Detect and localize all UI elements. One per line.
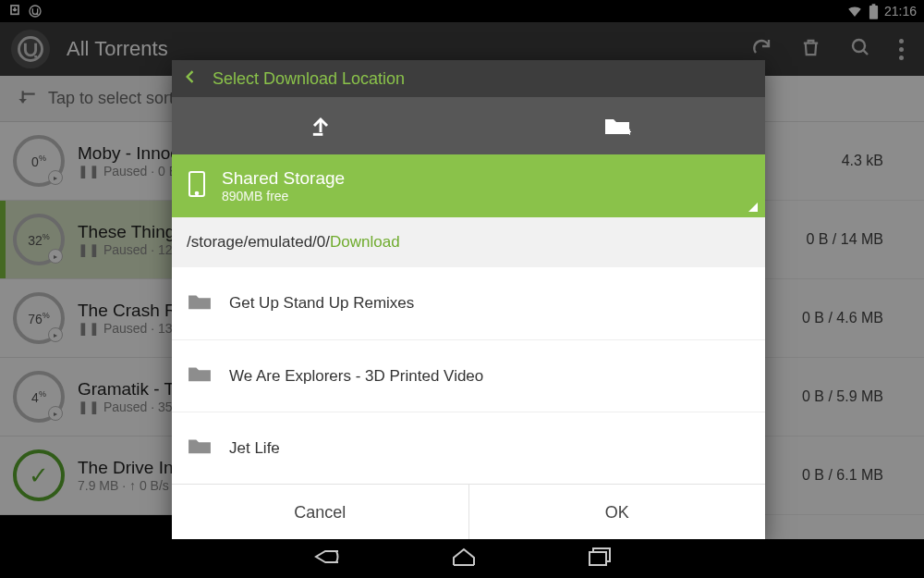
svg-rect-9	[590, 552, 606, 565]
folder-icon	[187, 363, 213, 388]
new-folder-button[interactable]: +	[468, 97, 765, 154]
dialog-title: Select Download Location	[213, 69, 405, 89]
back-icon[interactable]	[181, 68, 200, 91]
dialog-buttons: Cancel OK	[172, 484, 765, 541]
folder-item[interactable]: Jet Life	[172, 412, 765, 484]
storage-free: 890MB free	[222, 189, 345, 203]
storage-name: Shared Storage	[222, 168, 345, 189]
dialog-title-bar: Select Download Location	[172, 60, 765, 97]
cancel-button[interactable]: Cancel	[172, 485, 468, 541]
storage-selector[interactable]: Shared Storage 890MB free	[172, 154, 765, 217]
android-nav-bar	[0, 539, 924, 578]
back-nav-icon[interactable]	[312, 546, 340, 572]
svg-point-8	[196, 192, 199, 195]
ok-button[interactable]: OK	[468, 485, 766, 541]
download-location-dialog: Select Download Location + Shared Storag…	[172, 60, 765, 541]
device-icon	[187, 170, 207, 202]
folder-item[interactable]: We Are Explorers - 3D Printed Video	[172, 339, 765, 412]
dropdown-indicator-icon	[748, 203, 758, 212]
up-folder-button[interactable]	[172, 97, 468, 154]
folder-icon	[187, 436, 213, 461]
folder-name: Jet Life	[229, 439, 280, 458]
home-nav-icon[interactable]	[451, 547, 477, 571]
dialog-toolbar: +	[172, 97, 765, 154]
path-leaf: Download	[330, 233, 400, 252]
path-prefix: /storage/emulated/0/	[187, 233, 330, 252]
folder-icon	[187, 291, 213, 316]
folder-name: Get Up Stand Up Remixes	[229, 294, 414, 313]
folder-list: Get Up Stand Up Remixes We Are Explorers…	[172, 267, 765, 484]
recents-nav-icon[interactable]	[588, 547, 612, 571]
folder-item[interactable]: Get Up Stand Up Remixes	[172, 267, 765, 339]
folder-name: We Are Explorers - 3D Printed Video	[229, 367, 483, 386]
current-path: /storage/emulated/0/Download	[172, 217, 765, 267]
svg-text:+: +	[626, 126, 631, 137]
